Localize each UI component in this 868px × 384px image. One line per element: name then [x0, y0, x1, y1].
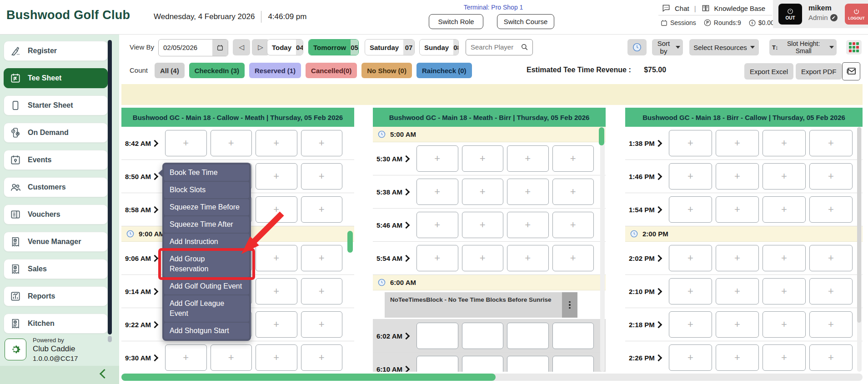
tee-time-label[interactable]: 5:30 AM — [373, 142, 416, 175]
tee-slot-add[interactable]: + — [256, 163, 297, 190]
tee-slot-add[interactable] — [462, 323, 504, 349]
tee-slot-add[interactable]: + — [462, 145, 504, 172]
grid-view-button[interactable] — [846, 40, 862, 55]
tee-slot-add[interactable]: + — [809, 311, 853, 338]
previous-day-button[interactable]: ◁ — [233, 39, 250, 55]
search-player-input[interactable] — [466, 40, 522, 54]
tee-slot-add[interactable]: + — [809, 278, 853, 304]
email-tee-sheet-button[interactable] — [842, 62, 860, 80]
count-badge-checkedin[interactable]: CheckedIn (3) — [189, 63, 245, 78]
sidebar-item-starter-sheet[interactable]: Starter Sheet — [4, 95, 108, 115]
count-badge-cancelled-0[interactable]: Cancelled(0) — [306, 63, 357, 78]
tee-slot-add[interactable]: + — [763, 245, 806, 271]
tee-slot-add[interactable]: + — [809, 163, 853, 190]
sidebar-item-vouchers[interactable]: Vouchers — [4, 204, 108, 224]
tee-slot-add[interactable]: + — [669, 163, 712, 190]
tee-slot-add[interactable]: + — [809, 344, 853, 371]
tee-slot-add[interactable]: + — [669, 245, 712, 271]
tee-time-label[interactable]: 5:46 AM — [373, 209, 416, 241]
tee-slot-add[interactable]: + — [763, 344, 806, 371]
column-scrollbar-thumb[interactable] — [347, 231, 353, 253]
tee-slot-add[interactable]: + — [716, 196, 759, 223]
switch-role-button[interactable]: Switch Role — [429, 14, 483, 29]
tee-time-label[interactable]: 2:26 PM — [625, 341, 669, 372]
tee-time-label[interactable]: 8:58 AM — [121, 193, 165, 226]
day-tab-sunday[interactable]: Sunday08 — [419, 39, 459, 55]
switch-course-button[interactable]: Switch Course — [497, 14, 554, 29]
menu-item-squeeze-time-before[interactable]: Squeeze Time Before — [164, 199, 249, 215]
sidebar-item-events[interactable]: Events — [4, 150, 108, 170]
calendar-icon[interactable] — [212, 40, 228, 56]
sidebar-item-tee-sheet[interactable]: Tee Sheet — [4, 68, 108, 88]
tee-slot-add[interactable]: + — [552, 212, 594, 238]
tee-time-label[interactable]: 8:42 AM — [121, 127, 165, 160]
sidebar-item-venue-manager[interactable]: Venue Manager — [4, 232, 108, 252]
menu-item-add-golf-league-event[interactable]: Add Golf League Event — [164, 295, 249, 322]
tee-slot-add[interactable]: + — [669, 130, 712, 156]
sidebar-item-on-demand[interactable]: On Demand — [4, 123, 108, 143]
tee-slot-add[interactable] — [507, 356, 549, 372]
tee-time-label[interactable]: 1:38 PM — [625, 127, 669, 160]
tee-slot-add[interactable]: + — [256, 130, 297, 156]
tee-slot-add[interactable]: + — [301, 130, 343, 156]
tee-slot-add[interactable] — [552, 356, 594, 372]
menu-item-book-tee-time[interactable]: Book Tee Time — [164, 165, 249, 181]
tee-slot-add[interactable]: + — [256, 344, 297, 371]
sidebar-item-kitchen[interactable]: Kitchen — [4, 314, 108, 334]
tee-time-label[interactable]: 6:02 AM — [373, 319, 416, 352]
tee-slot-add[interactable] — [416, 323, 458, 349]
tee-slot-add[interactable]: + — [301, 278, 343, 304]
sessions-link[interactable]: Sessions — [670, 19, 696, 26]
sidebar-item-customers[interactable]: Customers — [4, 177, 108, 197]
tee-slot-add[interactable]: + — [301, 245, 343, 271]
logout-button[interactable]: LOGOUT — [845, 4, 868, 25]
tee-slot-add[interactable]: + — [507, 212, 549, 238]
tee-slot-add[interactable]: + — [301, 311, 343, 338]
time-status-button[interactable] — [627, 39, 647, 55]
kebab-menu-icon[interactable] — [562, 292, 577, 318]
tee-slot-add[interactable]: + — [256, 196, 297, 223]
tee-time-label[interactable]: 5:54 AM — [373, 242, 416, 274]
sort-by-button[interactable]: Sort by — [652, 39, 683, 55]
export-excel-button[interactable]: Export Excel — [744, 63, 793, 80]
tee-slot-add[interactable]: + — [669, 311, 712, 338]
tee-time-label[interactable]: 2:18 PM — [625, 308, 669, 341]
tee-slot-add[interactable]: + — [301, 163, 343, 190]
horizontal-scrollbar-thumb[interactable] — [121, 374, 496, 381]
menu-item-block-slots[interactable]: Block Slots — [164, 182, 249, 198]
settings-gear-button[interactable] — [5, 339, 26, 360]
tee-slot-add[interactable]: + — [462, 179, 504, 205]
tee-slot-add[interactable]: + — [256, 245, 297, 271]
tee-slot-add[interactable]: + — [669, 196, 712, 223]
count-badge-raincheck[interactable]: Raincheck (0) — [416, 63, 472, 78]
tee-slot-add[interactable]: + — [416, 245, 458, 271]
tee-time-label[interactable]: 1:54 PM — [625, 193, 669, 226]
tee-slot-add[interactable] — [552, 323, 594, 349]
tee-slot-add[interactable]: + — [211, 344, 252, 371]
tee-slot-add[interactable]: + — [416, 145, 458, 172]
tee-slot-add[interactable]: + — [416, 179, 458, 205]
select-resources-button[interactable]: Select Resources — [689, 39, 759, 55]
date-input[interactable] — [159, 40, 212, 55]
count-badge-no[interactable]: No Show (0) — [361, 63, 412, 78]
tee-time-label[interactable]: 9:14 AM — [121, 275, 165, 308]
knowledge-base-link[interactable]: Knowledge Base — [714, 5, 766, 12]
slot-height-button[interactable]: T↕ Slot Height: Small — [769, 39, 837, 55]
tee-slot-add[interactable]: + — [552, 179, 594, 205]
tee-slot-add[interactable]: + — [809, 245, 853, 271]
tee-slot-add[interactable]: + — [256, 311, 297, 338]
tee-time-label[interactable]: 2:02 PM — [625, 242, 669, 274]
tee-slot-add[interactable]: + — [669, 278, 712, 304]
tee-slot-add[interactable]: + — [301, 344, 343, 371]
tee-time-label[interactable]: 9:06 AM — [121, 242, 165, 274]
tee-slot-add[interactable]: + — [716, 245, 759, 271]
column-scrollbar-thumb[interactable] — [857, 127, 861, 323]
day-tab-saturday[interactable]: Saturday07 — [365, 39, 415, 55]
tee-slot-add[interactable]: + — [507, 179, 549, 205]
day-tab-today[interactable]: Today04 — [267, 39, 303, 55]
tee-slot-add[interactable]: + — [716, 163, 759, 190]
tee-time-label[interactable]: 1:46 PM — [625, 160, 669, 193]
column-scrollbar-thumb[interactable] — [599, 127, 604, 145]
tee-slot-add[interactable]: + — [301, 196, 343, 223]
tee-time-label[interactable]: 5:38 AM — [373, 175, 416, 208]
